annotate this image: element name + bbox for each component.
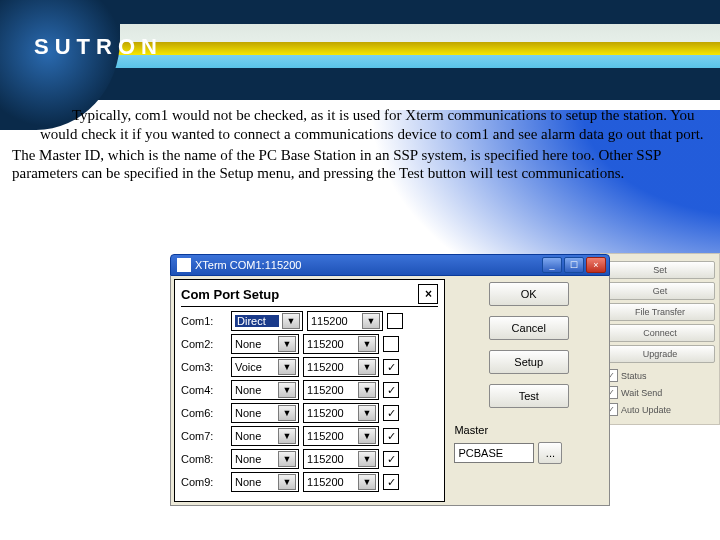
master-id-input[interactable]: PCBASE — [454, 443, 534, 463]
side-button[interactable]: Upgrade — [605, 345, 715, 363]
com-label: Com1: — [181, 315, 227, 327]
chevron-down-icon: ▼ — [358, 336, 376, 352]
xterm-side-panel: SetGetFile TransferConnectUpgrade ✓Statu… — [600, 253, 720, 425]
com-enable-checkbox[interactable]: ✓ — [383, 474, 399, 490]
side-checkbox[interactable]: ✓Auto Update — [605, 403, 715, 416]
side-checkbox[interactable]: ✓Wait Send — [605, 386, 715, 399]
chevron-down-icon: ▼ — [358, 474, 376, 490]
chevron-down-icon: ▼ — [278, 474, 296, 490]
com-label: Com2: — [181, 338, 227, 350]
page-header: SUTRON — [0, 0, 720, 100]
paragraph-1: Typically, com1 would not be checked, as… — [40, 106, 708, 144]
com-row-5: Com6:None▼115200▼✓ — [181, 403, 438, 423]
com-label: Com6: — [181, 407, 227, 419]
window-title: XTerm COM1:115200 — [195, 259, 301, 271]
minimize-button[interactable]: _ — [542, 257, 562, 273]
chevron-down-icon: ▼ — [278, 451, 296, 467]
chevron-down-icon: ▼ — [278, 405, 296, 421]
com-row-8: Com9:None▼115200▼✓ — [181, 472, 438, 492]
test-button[interactable]: Test — [489, 384, 569, 408]
window-controls: _ ☐ × — [542, 257, 606, 273]
window-body: Com Port Setup × Com1:Direct▼115200▼Com2… — [170, 276, 610, 506]
brand-logo-text: SUTRON — [34, 34, 163, 60]
com-enable-checkbox[interactable]: ✓ — [383, 428, 399, 444]
com-mode-select[interactable]: None▼ — [231, 334, 299, 354]
side-button[interactable]: File Transfer — [605, 303, 715, 321]
cancel-button[interactable]: Cancel — [489, 316, 569, 340]
com-baud-select[interactable]: 115200▼ — [303, 403, 379, 423]
com-mode-select[interactable]: Direct▼ — [231, 311, 303, 331]
com-enable-checkbox[interactable] — [387, 313, 403, 329]
window-titlebar[interactable]: XTerm COM1:115200 _ ☐ × — [170, 254, 610, 276]
com-baud-select[interactable]: 115200▼ — [303, 449, 379, 469]
ok-button[interactable]: OK — [489, 282, 569, 306]
setup-button[interactable]: Setup — [489, 350, 569, 374]
maximize-button[interactable]: ☐ — [564, 257, 584, 273]
com-baud-select[interactable]: 115200▼ — [303, 334, 379, 354]
app-icon — [177, 258, 191, 272]
chevron-down-icon: ▼ — [282, 313, 300, 329]
com-row-2: Com2:None▼115200▼ — [181, 334, 438, 354]
xterm-window: XTerm COM1:115200 _ ☐ × Com Port Setup ×… — [170, 254, 610, 506]
com-label: Com7: — [181, 430, 227, 442]
com-label: Com8: — [181, 453, 227, 465]
com-row-1: Com1:Direct▼115200▼ — [181, 311, 438, 331]
com-enable-checkbox[interactable] — [383, 336, 399, 352]
chevron-down-icon: ▼ — [358, 405, 376, 421]
chevron-down-icon: ▼ — [278, 428, 296, 444]
chevron-down-icon: ▼ — [362, 313, 380, 329]
description-text: Typically, com1 would not be checked, as… — [12, 106, 708, 183]
com-row-7: Com8:None▼115200▼✓ — [181, 449, 438, 469]
com-baud-select[interactable]: 115200▼ — [307, 311, 383, 331]
com-baud-select[interactable]: 115200▼ — [303, 357, 379, 377]
paragraph-2: The Master ID, which is the name of the … — [12, 146, 708, 184]
com-mode-select[interactable]: None▼ — [231, 426, 299, 446]
com-row-3: Com3:Voice▼115200▼✓ — [181, 357, 438, 377]
com-enable-checkbox[interactable]: ✓ — [383, 405, 399, 421]
side-button[interactable]: Get — [605, 282, 715, 300]
chevron-down-icon: ▼ — [278, 359, 296, 375]
com-enable-checkbox[interactable]: ✓ — [383, 382, 399, 398]
com-row-6: Com7:None▼115200▼✓ — [181, 426, 438, 446]
chevron-down-icon: ▼ — [278, 382, 296, 398]
com-mode-select[interactable]: None▼ — [231, 380, 299, 400]
dialog-buttons-panel: OK Cancel Setup Test Master PCBASE ... — [448, 276, 609, 505]
com-mode-select[interactable]: None▼ — [231, 403, 299, 423]
com-row-4: Com4:None▼115200▼✓ — [181, 380, 438, 400]
side-button[interactable]: Set — [605, 261, 715, 279]
master-browse-button[interactable]: ... — [538, 442, 562, 464]
com-baud-select[interactable]: 115200▼ — [303, 472, 379, 492]
master-row: PCBASE ... — [454, 442, 605, 464]
com-label: Com9: — [181, 476, 227, 488]
com-baud-select[interactable]: 115200▼ — [303, 380, 379, 400]
com-port-setup-panel: Com Port Setup × Com1:Direct▼115200▼Com2… — [174, 279, 445, 502]
side-checkbox[interactable]: ✓Status — [605, 369, 715, 382]
chevron-down-icon: ▼ — [358, 451, 376, 467]
dialog-header: Com Port Setup × — [181, 284, 438, 307]
com-mode-select[interactable]: Voice▼ — [231, 357, 299, 377]
chevron-down-icon: ▼ — [358, 359, 376, 375]
com-label: Com4: — [181, 384, 227, 396]
chevron-down-icon: ▼ — [358, 428, 376, 444]
com-mode-select[interactable]: None▼ — [231, 449, 299, 469]
dialog-close-button[interactable]: × — [418, 284, 438, 304]
com-label: Com3: — [181, 361, 227, 373]
side-button[interactable]: Connect — [605, 324, 715, 342]
chevron-down-icon: ▼ — [358, 382, 376, 398]
dialog-title: Com Port Setup — [181, 287, 279, 302]
chevron-down-icon: ▼ — [278, 336, 296, 352]
com-baud-select[interactable]: 115200▼ — [303, 426, 379, 446]
com-mode-select[interactable]: None▼ — [231, 472, 299, 492]
close-window-button[interactable]: × — [586, 257, 606, 273]
master-label: Master — [454, 424, 605, 436]
com-enable-checkbox[interactable]: ✓ — [383, 359, 399, 375]
com-enable-checkbox[interactable]: ✓ — [383, 451, 399, 467]
